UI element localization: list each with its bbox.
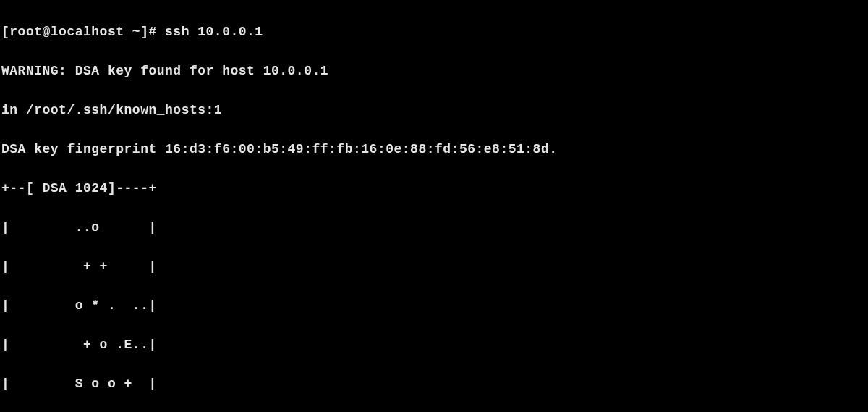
randomart-row: | o * . ..| bbox=[1, 296, 868, 316]
randomart-row: | ..o | bbox=[1, 218, 868, 237]
randomart-row: | + o .E..| bbox=[1, 335, 868, 355]
randomart-row: | S o o + | bbox=[1, 374, 868, 394]
typed-command: ssh 10.0.0.1 bbox=[165, 25, 263, 39]
dsa-fingerprint: DSA key fingerprint 16:d3:f6:00:b5:49:ff… bbox=[1, 140, 868, 159]
randomart-row: | + + | bbox=[1, 257, 868, 277]
shell-prompt: [root@localhost ~]# bbox=[1, 25, 165, 39]
known-hosts-line: in /root/.ssh/known_hosts:1 bbox=[1, 101, 868, 120]
warning-line: WARNING: DSA key found for host 10.0.0.1 bbox=[1, 62, 868, 81]
randomart-header: +--[ DSA 1024]----+ bbox=[1, 179, 868, 198]
terminal-output[interactable]: [root@localhost ~]# ssh 10.0.0.1 WARNING… bbox=[0, 0, 868, 412]
